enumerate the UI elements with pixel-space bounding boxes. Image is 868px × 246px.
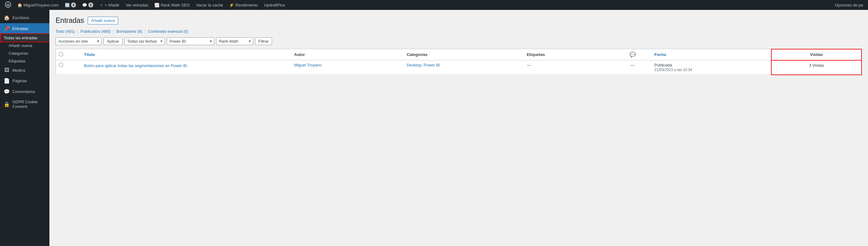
comments-icon: 💬 <box>4 89 10 94</box>
sidebar-cat-label: Categorías <box>9 51 28 56</box>
th-visits: Visitas <box>771 49 862 60</box>
sidebar-item-paginas[interactable]: 📄 Páginas <box>0 75 50 86</box>
adminbar-add-label: + Añadir <box>105 3 120 7</box>
adminbar-wp-logo[interactable]: W <box>2 0 13 10</box>
dates-select[interactable]: Todas las fechas Marzo 2023 <box>124 37 165 45</box>
adminbar-site-label: MiguelTroyano.com <box>24 3 59 7</box>
post-title-link[interactable]: Botón para aplicar todas las segmentacio… <box>84 63 187 68</box>
adminbar-comments[interactable]: 💬 0 <box>80 0 96 10</box>
home-icon: 🏠 <box>17 3 22 7</box>
sidebar-item-etiquetas[interactable]: Etiquetas <box>0 57 50 65</box>
filter-publicados[interactable]: Publicados (485) <box>81 29 111 34</box>
adminbar-cache[interactable]: Vaciar la caché <box>193 0 225 10</box>
row-date-status: Publicada <box>654 63 672 67</box>
adminbar-view-posts[interactable]: Ver entradas <box>123 0 151 10</box>
sidebar-item-entradas[interactable]: 📌 Entradas <box>0 23 50 34</box>
sidebar-item-anadir-nueva[interactable]: Añadir nueva <box>0 42 50 50</box>
gdpr-icon: 🔒 <box>4 101 10 107</box>
adminbar-rank-math[interactable]: 📈 Rank Math SEO <box>152 0 192 10</box>
th-categories: Categorías <box>404 49 524 60</box>
admin-bar: W 🏠 MiguelTroyano.com 🔄 4 💬 0 ＋ + Añadir… <box>0 0 868 10</box>
category-wrap: Todas las categorías Power BI Desktop ▼ <box>167 37 214 45</box>
sidebar-escritorio-label: Escritorio <box>12 16 29 20</box>
svg-text:W: W <box>6 3 10 7</box>
filter-links: Todo (491) | Publicados (485) | Borrador… <box>56 29 862 34</box>
sidebar-item-categorias[interactable]: Categorías <box>0 50 50 57</box>
rankmath-wrap: Rank Math Opción 1 Opción 2 ▼ <box>216 37 253 45</box>
row-tags-value: — <box>527 63 531 67</box>
post-categories-link[interactable]: Desktop, Power BI <box>407 63 440 67</box>
adminbar-updates[interactable]: 🔄 4 <box>62 0 79 10</box>
th-title-label: Título <box>84 52 95 57</box>
updates-badge: 4 <box>71 2 76 7</box>
main-wrapper: 🏠 Escritorio 📌 Entradas Todas las entrad… <box>0 10 868 246</box>
adminbar-site-name[interactable]: 🏠 MiguelTroyano.com <box>15 0 61 10</box>
main-content: Entradas Añadir nueva Todo (491) | Publi… <box>50 10 868 246</box>
sidebar-comentarios-label: Comentarios <box>12 89 35 94</box>
th-date[interactable]: Fecha <box>651 49 771 60</box>
row-date-cell: Publicada 21/03/2023 a las 10:34 <box>651 60 771 75</box>
adminbar-options[interactable]: Opciones de pa <box>833 0 866 10</box>
updates-icon: 🔄 <box>65 3 70 7</box>
plus-icon: ＋ <box>99 2 103 8</box>
adminbar-performance[interactable]: ⚡ Rendimiento <box>227 0 260 10</box>
adminbar-cache-label: Vaciar la caché <box>196 3 223 7</box>
row-tags-cell: — <box>524 60 614 75</box>
row-visits-value: 3 Visitas <box>809 63 824 68</box>
th-visits-label: Visitas <box>810 52 823 57</box>
bulk-action-select[interactable]: Acciones en lote Editar Mover a la papel… <box>56 37 101 45</box>
sidebar-item-medios[interactable]: 🖼 Medios <box>0 65 50 75</box>
row-checkbox-cell <box>56 60 81 75</box>
adminbar-updraftplus[interactable]: UpdraftPlus <box>261 0 287 10</box>
adminbar-perf-label: Rendimiento <box>235 3 258 7</box>
sidebar-item-comentarios[interactable]: 💬 Comentarios <box>0 86 50 97</box>
filter-contenido-esencial[interactable]: Contenido esencial (0) <box>148 29 188 34</box>
sidebar: 🏠 Escritorio 📌 Entradas Todas las entrad… <box>0 10 50 246</box>
th-title[interactable]: Título <box>81 49 291 60</box>
adminbar-updraft-label: UpdraftPlus <box>264 3 285 7</box>
row-date-value: 21/03/2023 a las 10:34 <box>654 68 692 72</box>
adminbar-options-label: Opciones de pa <box>835 3 863 7</box>
th-checkbox <box>56 49 81 60</box>
sidebar-entradas-label: Entradas <box>12 26 28 31</box>
select-all-checkbox[interactable] <box>59 52 63 56</box>
pages-icon: 📄 <box>4 78 10 84</box>
sidebar-item-escritorio[interactable]: 🏠 Escritorio <box>0 12 50 23</box>
category-select[interactable]: Todas las categorías Power BI Desktop <box>167 37 214 45</box>
posts-icon: 📌 <box>4 26 10 31</box>
page-title: Entradas <box>56 16 84 25</box>
adminbar-add-new[interactable]: ＋ + Añadir <box>97 0 122 10</box>
sidebar-gdpr-label: GDPR Cookie Consent <box>12 100 46 109</box>
sidebar-paginas-label: Páginas <box>12 79 27 83</box>
filter-borradores[interactable]: Borradores (6) <box>116 29 142 34</box>
table-header-row: Título Autor Categorías Etiquetas 💬 <box>56 49 862 60</box>
row-comments-cell: — <box>614 60 652 75</box>
th-author: Autor <box>291 49 404 60</box>
page-header: Entradas Añadir nueva <box>56 16 862 25</box>
sidebar-todas-label: Todas las entradas <box>4 35 37 40</box>
row-visits-cell: 3 Visitas <box>771 60 862 75</box>
comments-badge: 0 <box>88 2 93 7</box>
row-checkbox[interactable] <box>59 63 63 67</box>
sidebar-tag-label: Etiquetas <box>9 59 25 63</box>
rankmath-select[interactable]: Rank Math Opción 1 Opción 2 <box>216 37 253 45</box>
add-new-button[interactable]: Añadir nueva <box>88 17 118 24</box>
th-categories-label: Categorías <box>407 52 427 57</box>
sidebar-item-gdpr[interactable]: 🔒 GDPR Cookie Consent <box>0 97 50 111</box>
row-categories-cell: Desktop, Power BI <box>404 60 524 75</box>
filter-button[interactable]: Filtrar <box>255 37 272 45</box>
media-icon: 🖼 <box>4 67 10 73</box>
comment-bubble-icon: 💬 <box>630 52 636 57</box>
rank-math-icon: 📈 <box>154 3 159 7</box>
th-tags: Etiquetas <box>524 49 614 60</box>
adminbar-view-label: Ver entradas <box>126 3 149 7</box>
posts-table: Título Autor Categorías Etiquetas 💬 <box>56 49 862 75</box>
post-author-link[interactable]: Miguel Troyano <box>294 63 322 67</box>
row-author-cell: Miguel Troyano <box>291 60 404 75</box>
table-row: Botón para aplicar todas las segmentacio… <box>56 60 862 75</box>
apply-button[interactable]: Aplicar <box>103 37 123 45</box>
sidebar-anadir-label: Añadir nueva <box>9 43 32 48</box>
sidebar-item-todas-las-entradas[interactable]: Todas las entradas <box>0 34 50 42</box>
filter-todo[interactable]: Todo (491) <box>56 29 75 34</box>
th-comments: 💬 <box>614 49 652 60</box>
